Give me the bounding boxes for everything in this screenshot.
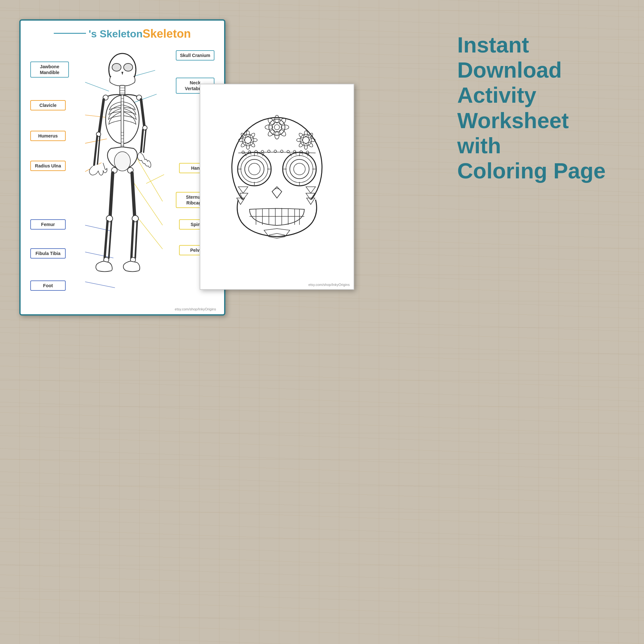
title-underline [54, 33, 86, 34]
promo-line-3: Activity [457, 82, 618, 108]
label-femur: Femur [30, 219, 66, 230]
label-foot: Foot [30, 280, 66, 291]
skeleton-figure [87, 52, 158, 284]
title-skeleton-word: Skeleton [143, 27, 191, 41]
promo-line-4: Worksheet [457, 108, 618, 133]
svg-point-15 [124, 63, 133, 71]
promo-line-6: Coloring Page [457, 158, 618, 183]
label-humerus: Humerus [30, 131, 66, 141]
skull-watermark: etsy.com/shop/InkyOrigins [308, 283, 350, 287]
svg-rect-19 [120, 85, 125, 95]
label-clavicle: Clavicle [30, 100, 66, 110]
skeleton-watermark: etsy.com/shop/InkyOrigins [175, 307, 216, 311]
label-radius-ulna: Radius Ulna [30, 161, 66, 171]
label-skull-cranium: Skull Cranium [176, 50, 214, 61]
skull-coloring-page: etsy.com/shop/InkyOrigins [200, 84, 354, 290]
title-apostrophe-s: 's Skeleton [89, 28, 143, 40]
promo-line-2: Download [457, 57, 618, 82]
promo-text-block: Instant Download Activity Worksheet with… [457, 32, 618, 183]
promo-line-5: with [457, 133, 618, 158]
label-fibula-tibia: Fibula Tibia [30, 248, 66, 259]
svg-point-14 [112, 63, 121, 71]
skeleton-diagram-area: Jawbone Mandible Clavicle Humerus Radius… [27, 45, 218, 313]
skeleton-worksheet: 's Skeleton Skeleton [19, 19, 225, 316]
promo-line-1: Instant [457, 32, 618, 57]
label-jawbone: Jawbone Mandible [30, 62, 69, 78]
worksheet-title: 's Skeleton Skeleton [27, 27, 218, 41]
svg-point-36 [114, 152, 130, 171]
page-container: 's Skeleton Skeleton [0, 0, 644, 644]
sugar-skull-illustration [219, 109, 335, 264]
